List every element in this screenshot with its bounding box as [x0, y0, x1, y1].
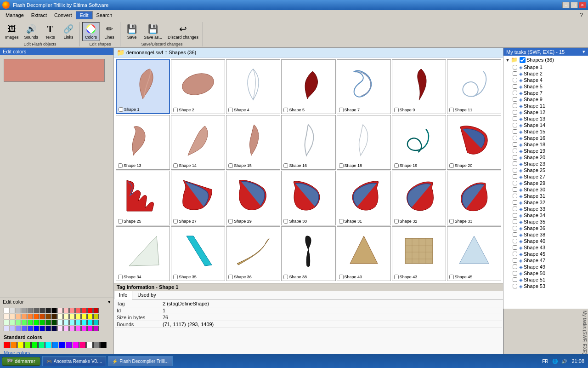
shape-checkbox-34[interactable]	[118, 275, 123, 279]
shape-checkbox-20[interactable]	[449, 163, 454, 168]
menu-item-manage[interactable]: Manage	[2, 12, 28, 19]
links-button[interactable]: 🔗 Links	[60, 22, 77, 41]
tree-item-shape47[interactable]: ◈ Shape 47	[503, 257, 588, 264]
color-cell[interactable]	[40, 308, 45, 313]
shape-checkbox-7[interactable]	[339, 108, 344, 112]
std-color[interactable]	[4, 342, 10, 348]
shape-item-40[interactable]: Shape 40	[337, 226, 391, 281]
tab-used-by[interactable]: Used by	[132, 291, 161, 299]
tree-item-checkbox[interactable]	[513, 264, 517, 269]
shape-item-2[interactable]: Shape 2	[171, 59, 225, 114]
color-cell[interactable]	[45, 320, 51, 325]
color-cell[interactable]	[22, 326, 27, 331]
color-cell[interactable]	[10, 326, 15, 331]
texts-button[interactable]: T Texts	[41, 22, 59, 41]
close-button[interactable]: ✕	[579, 2, 586, 8]
shape-checkbox-15[interactable]	[228, 163, 233, 168]
color-preview[interactable]	[4, 59, 105, 82]
shape-checkbox-1[interactable]	[119, 107, 123, 112]
menu-item-search[interactable]: Search	[93, 12, 116, 19]
tree-item-shape29[interactable]: ◈ Shape 29	[503, 180, 588, 186]
taskbar-item-ancestra[interactable]: 🎮 Ancestra Remake V0....	[42, 356, 107, 366]
tree-item-checkbox[interactable]	[513, 78, 517, 82]
shape-checkbox-30[interactable]	[283, 219, 288, 224]
color-cell[interactable]	[87, 314, 93, 319]
color-cell[interactable]	[22, 320, 27, 325]
tree-item-checkbox[interactable]	[513, 271, 517, 276]
color-cell[interactable]	[4, 308, 9, 313]
color-cell[interactable]	[75, 314, 81, 319]
tree-item-shape11[interactable]: ◈ Shape 11	[503, 103, 588, 109]
tab-info[interactable]: Info	[114, 291, 132, 299]
tree-root-shapes[interactable]: ▼ 📁 Shapes (36)	[503, 56, 588, 64]
color-cell[interactable]	[28, 326, 33, 331]
shape-item-35[interactable]: Shape 35	[171, 226, 225, 281]
shape-item-1[interactable]: Shape 1	[116, 59, 170, 114]
color-cell[interactable]	[34, 320, 39, 325]
tree-item-shape38[interactable]: ◈ Shape 38	[503, 231, 588, 238]
shape-item-14[interactable]: Shape 14	[171, 115, 225, 170]
shape-checkbox-5[interactable]	[283, 108, 288, 112]
colors-button[interactable]: Colors	[82, 22, 100, 41]
color-cell[interactable]	[45, 314, 51, 319]
shape-checkbox-19[interactable]	[394, 163, 399, 168]
shape-item-4[interactable]: Shape 4	[226, 59, 280, 114]
shape-checkbox-45[interactable]	[449, 275, 454, 279]
shape-checkbox-16[interactable]	[283, 163, 288, 168]
tree-item-shape49[interactable]: ◈ Shape 49	[503, 264, 588, 270]
tree-item-checkbox[interactable]	[513, 245, 517, 250]
tree-item-shape4[interactable]: ◈ Shape 4	[503, 77, 588, 83]
start-button[interactable]: 🏁 démarrer	[2, 357, 40, 366]
color-cell[interactable]	[34, 308, 39, 313]
shape-item-36[interactable]: Shape 36	[226, 226, 280, 281]
color-cell[interactable]	[45, 326, 51, 331]
shape-checkbox-4[interactable]	[228, 108, 233, 112]
color-cell[interactable]	[87, 320, 93, 325]
shape-item-7[interactable]: Shape 7	[337, 59, 391, 114]
menu-item-edit[interactable]: Edit	[76, 11, 93, 19]
color-cell[interactable]	[10, 320, 15, 325]
color-cell[interactable]	[87, 326, 93, 331]
tree-item-checkbox[interactable]	[513, 207, 517, 211]
menu-item-convert[interactable]: Convert	[51, 12, 76, 19]
color-cell[interactable]	[51, 314, 57, 319]
shape-item-25[interactable]: Shape 25	[116, 171, 170, 225]
color-cell[interactable]	[40, 314, 45, 319]
tree-item-shape51[interactable]: ◈ Shape 51	[503, 276, 588, 283]
color-cell[interactable]	[34, 314, 39, 319]
shape-item-43[interactable]: Shape 43	[392, 226, 446, 281]
tree-item-shape9[interactable]: ◈ Shape 9	[503, 96, 588, 103]
shape-checkbox-11[interactable]	[449, 108, 454, 112]
tree-item-shape23[interactable]: ◈ Shape 23	[503, 161, 588, 167]
color-cell[interactable]	[57, 314, 63, 319]
shape-checkbox-14[interactable]	[173, 163, 178, 168]
tree-item-checkbox[interactable]	[513, 142, 517, 147]
tree-item-checkbox[interactable]	[513, 258, 517, 263]
tree-item-shape30[interactable]: ◈ Shape 30	[503, 186, 588, 193]
tree-item-checkbox[interactable]	[513, 149, 517, 153]
shape-item-32[interactable]: Shape 32	[392, 171, 446, 225]
std-color[interactable]	[100, 342, 107, 348]
color-cell[interactable]	[10, 314, 15, 319]
color-cell[interactable]	[4, 326, 9, 331]
tree-item-checkbox[interactable]	[513, 232, 517, 237]
color-cell[interactable]	[57, 308, 63, 313]
shape-item-27[interactable]: Shape 27	[171, 171, 225, 225]
tree-item-shape50[interactable]: ◈ Shape 50	[503, 270, 588, 276]
save-button[interactable]: 💾 Save	[123, 22, 141, 41]
shape-checkbox-27[interactable]	[173, 219, 178, 224]
tree-item-shape33[interactable]: ◈ Shape 33	[503, 206, 588, 212]
color-cell[interactable]	[63, 326, 69, 331]
shape-item-34[interactable]: Shape 34	[116, 226, 170, 281]
tree-item-shape40[interactable]: ◈ Shape 40	[503, 238, 588, 244]
color-cell[interactable]	[34, 326, 39, 331]
shape-checkbox-33[interactable]	[449, 219, 454, 224]
shape-item-33[interactable]: Shape 33	[447, 171, 501, 225]
color-cell[interactable]	[57, 320, 63, 325]
tree-item-shape43[interactable]: ◈ Shape 43	[503, 244, 588, 251]
shape-item-18[interactable]: Shape 18	[337, 115, 391, 170]
minimize-button[interactable]: −	[562, 2, 570, 8]
tree-item-checkbox[interactable]	[513, 284, 517, 288]
tree-item-shape16[interactable]: ◈ Shape 16	[503, 135, 588, 141]
color-cell[interactable]	[16, 308, 21, 313]
